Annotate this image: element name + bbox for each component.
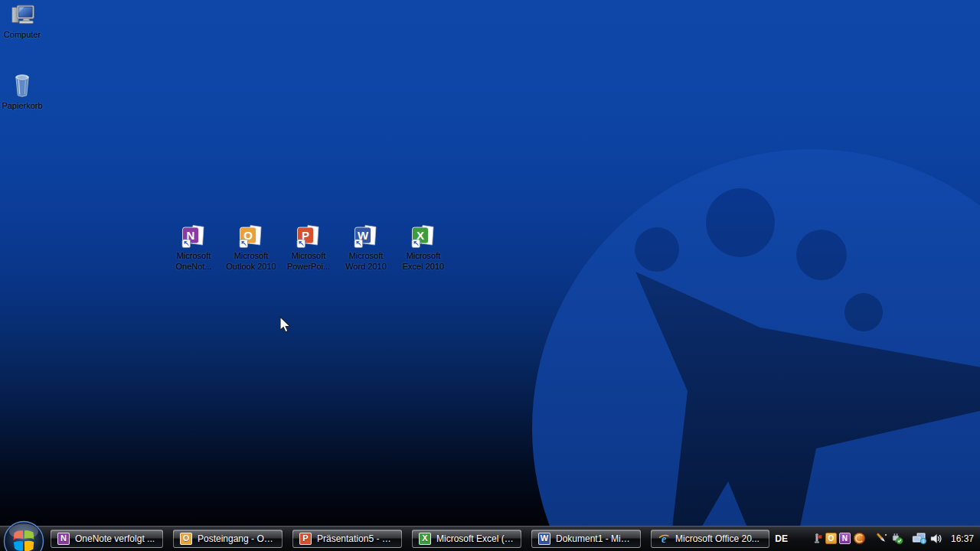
recycle-bin-icon xyxy=(10,70,34,99)
outlook-icon: O xyxy=(180,533,192,545)
desktop-icon-label: MicrosoftWord 2010 xyxy=(345,250,387,272)
desktop-icon-label: MicrosoftPowerPoi... xyxy=(287,250,330,272)
taskbar-button-outlook[interactable]: O Posteingang - Outl... xyxy=(173,530,283,548)
internet-explorer-icon: e xyxy=(658,533,670,545)
orange-orb-icon[interactable] xyxy=(853,532,866,545)
desktop-icon-label: Papierkorb xyxy=(2,100,42,111)
onenote-tray-icon[interactable]: N xyxy=(839,533,851,544)
desktop: Computer Papierkorb N MicrosoftOneNot...… xyxy=(0,0,980,551)
desktop-shortcut-excel[interactable]: X MicrosoftExcel 2010 xyxy=(393,223,454,272)
mouse-cursor xyxy=(279,316,292,334)
taskbar-button-onenote[interactable]: N OneNote verfolgt ... xyxy=(51,530,163,548)
desktop-shortcut-word[interactable]: W MicrosoftWord 2010 xyxy=(335,223,397,272)
taskbar-button-excel[interactable]: X Microsoft Excel (Te... xyxy=(412,530,521,548)
taskbar: N OneNote verfolgt ... O Posteingang - O… xyxy=(0,526,980,551)
taskbar-clock[interactable]: 16:37 xyxy=(951,533,974,544)
desktop-shortcut-onenote[interactable]: N MicrosoftOneNot... xyxy=(163,223,224,272)
taskbar-buttons: N OneNote verfolgt ... O Posteingang - O… xyxy=(51,530,769,548)
wallpaper-logo xyxy=(0,0,980,551)
taskbar-button-word[interactable]: W Dokument1 - Micr... xyxy=(531,530,641,548)
start-button[interactable] xyxy=(3,520,44,551)
word-icon: W xyxy=(538,533,550,545)
brush-icon[interactable] xyxy=(874,532,888,545)
desktop-icon-label: MicrosoftOneNot... xyxy=(175,250,211,272)
desktop-icon-recycle-bin[interactable]: Papierkorb xyxy=(0,70,53,111)
excel-icon: X xyxy=(410,223,436,249)
windows-logo-icon xyxy=(3,520,44,551)
excel-icon: X xyxy=(419,533,431,545)
onenote-icon: N xyxy=(57,533,70,545)
language-indicator[interactable]: DE xyxy=(775,533,788,544)
volume-icon[interactable] xyxy=(929,533,943,545)
desktop-icon-label: MicrosoftOutlook 2010 xyxy=(226,250,276,272)
outlook-tray-icon[interactable]: O xyxy=(825,533,837,544)
taskbar-button-internet-explorer[interactable]: e Microsoft Office 20... xyxy=(651,530,769,548)
desktop-shortcut-outlook[interactable]: O MicrosoftOutlook 2010 xyxy=(220,223,282,272)
pen-input-icon[interactable] xyxy=(811,533,823,545)
taskbar-button-powerpoint[interactable]: P Präsentation5 - Mic... xyxy=(292,530,402,548)
powerpoint-icon: P xyxy=(299,533,312,545)
outlook-icon: O xyxy=(238,223,264,249)
system-tray: DE O N xyxy=(775,526,980,551)
desktop-icon-computer[interactable]: Computer xyxy=(0,2,53,40)
computer-icon xyxy=(8,2,37,28)
network-icon[interactable] xyxy=(912,532,927,545)
powerpoint-icon: P xyxy=(296,223,322,249)
desktop-shortcut-powerpoint[interactable]: P MicrosoftPowerPoi... xyxy=(278,223,339,272)
desktop-icon-label: Computer xyxy=(4,29,41,40)
word-icon: W xyxy=(353,223,379,249)
desktop-icon-label: MicrosoftExcel 2010 xyxy=(403,250,444,272)
svg-text:e: e xyxy=(662,533,666,544)
safely-remove-hardware-icon[interactable] xyxy=(890,532,903,545)
onenote-icon: N xyxy=(181,223,207,249)
